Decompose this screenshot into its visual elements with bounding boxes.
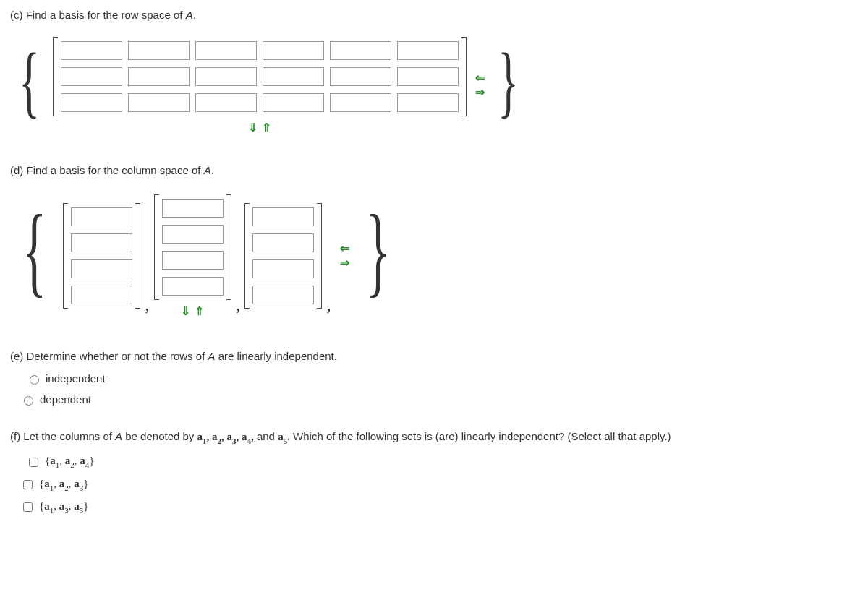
remove-row-icon[interactable]: ⇓ (248, 122, 258, 134)
row-cell[interactable] (61, 41, 122, 60)
col-vector-1 (63, 203, 140, 309)
row-space-matrix (53, 37, 467, 116)
part-e-options: independent dependent (10, 371, 858, 407)
col-vector-2 (154, 194, 231, 300)
part-e: (e) Determine whether or not the rows of… (10, 348, 858, 407)
right-bracket (461, 37, 467, 116)
vertical-arrows: ⇓ ⇑ (53, 122, 467, 134)
comma: , (236, 292, 241, 327)
part-e-var: A (208, 350, 215, 362)
row-cell[interactable] (330, 67, 391, 86)
option-label: independent (46, 371, 106, 386)
col-cell[interactable] (252, 207, 314, 226)
part-f-var: A (115, 430, 122, 442)
right-bracket (135, 203, 140, 309)
left-bracket (63, 203, 68, 309)
part-c-text-pre: Find a basis for the row space of (23, 9, 186, 21)
row-cell[interactable] (330, 41, 391, 60)
option-label: dependent (40, 392, 91, 407)
right-brace: } (366, 179, 391, 321)
part-c-prompt: (c) Find a basis for the row space of A. (10, 7, 858, 22)
part-c-label: (c) (10, 9, 23, 21)
part-e-text-pre: Determine whether or not the rows of (23, 350, 208, 362)
and-text: and (257, 430, 278, 442)
row-cell[interactable] (263, 67, 324, 86)
col-cell[interactable] (252, 259, 314, 278)
part-f-options: {a1, a2, a4} {a1, a2, a3} {a1, a3, a5} (10, 453, 858, 515)
right-bracket (226, 194, 231, 300)
row-cell[interactable] (263, 41, 324, 60)
row-cell[interactable] (195, 41, 257, 60)
left-brace: { (19, 25, 40, 137)
col-cell[interactable] (162, 199, 224, 218)
row-cell[interactable] (61, 67, 122, 86)
part-d-text-post: . (211, 164, 214, 176)
part-f-text-mid: be denoted by (122, 430, 197, 442)
radio-independent[interactable] (30, 375, 39, 385)
part-d-label: (d) (10, 164, 23, 176)
part-e-prompt: (e) Determine whether or not the rows of… (10, 348, 858, 364)
option-label: {a1, a2, a3} (39, 476, 88, 493)
comma: , (145, 292, 150, 327)
col-space-set: { , ⇓ (10, 185, 858, 327)
row-cell[interactable] (397, 67, 459, 86)
part-f-text-post: Which of the following sets is (are) lin… (293, 430, 671, 442)
right-bracket (317, 203, 322, 309)
row-cell[interactable] (330, 93, 391, 112)
row-space-set: { ⇓ ⇑ (10, 30, 858, 141)
col-cell[interactable] (162, 277, 224, 296)
col-cell[interactable] (71, 207, 132, 226)
vertical-arrows: ⇓ ⇑ (154, 306, 231, 317)
part-e-label: (e) (10, 350, 23, 362)
row-cell[interactable] (128, 41, 190, 60)
add-col-icon[interactable]: ⇒ (340, 257, 349, 269)
checkbox-opt3[interactable] (23, 502, 33, 512)
horizontal-arrows: ⇐ ⇒ (475, 72, 485, 98)
row-cell[interactable] (128, 67, 190, 86)
add-row-icon[interactable]: ⇑ (262, 122, 271, 134)
row-cell[interactable] (263, 93, 324, 112)
part-f: (f) Let the columns of A be denoted by a… (10, 429, 858, 516)
option-label: {a1, a3, a5} (39, 499, 88, 515)
row-cell[interactable] (61, 93, 122, 112)
checkbox-opt1[interactable] (29, 458, 38, 467)
col-cell[interactable] (162, 251, 224, 270)
col-cell[interactable] (71, 259, 132, 278)
left-bracket (154, 194, 159, 300)
part-f-prompt: (f) Let the columns of A be denoted by a… (10, 429, 858, 446)
col-cell[interactable] (252, 286, 314, 304)
part-c-text-post: . (193, 9, 196, 21)
right-brace: } (498, 25, 519, 137)
checkbox-opt2[interactable] (23, 480, 33, 489)
col-cell[interactable] (252, 233, 314, 252)
col-vector-3 (244, 203, 322, 309)
part-c-var: A (186, 9, 193, 21)
part-d-var: A (204, 164, 211, 176)
part-e-text-post: are linearly independent. (215, 350, 336, 362)
remove-row-icon[interactable]: ⇓ (181, 306, 190, 317)
add-col-icon[interactable]: ⇒ (475, 87, 485, 98)
radio-dependent[interactable] (24, 396, 33, 406)
remove-col-icon[interactable]: ⇐ (475, 72, 485, 84)
part-f-label: (f) (10, 430, 20, 442)
comma: , (326, 292, 331, 327)
col-cell[interactable] (162, 225, 224, 244)
row-cell[interactable] (128, 93, 190, 112)
row-cell[interactable] (397, 93, 459, 112)
part-d-prompt: (d) Find a basis for the column space of… (10, 163, 858, 178)
left-bracket (53, 37, 58, 116)
remove-col-icon[interactable]: ⇐ (340, 243, 349, 254)
add-row-icon[interactable]: ⇑ (195, 306, 204, 317)
part-d: (d) Find a basis for the column space of… (10, 163, 858, 327)
row-cell[interactable] (195, 93, 257, 112)
part-f-text-pre: Let the columns of (20, 430, 115, 442)
left-brace: { (22, 179, 47, 321)
col-cell[interactable] (71, 233, 132, 252)
horizontal-arrows: ⇐ ⇒ (340, 243, 349, 269)
column-a5: a5. (278, 431, 290, 442)
part-c: (c) Find a basis for the row space of A.… (10, 7, 858, 141)
col-cell[interactable] (71, 286, 132, 304)
row-cell[interactable] (195, 67, 257, 86)
option-label: {a1, a2, a4} (45, 453, 94, 470)
row-cell[interactable] (397, 41, 459, 60)
